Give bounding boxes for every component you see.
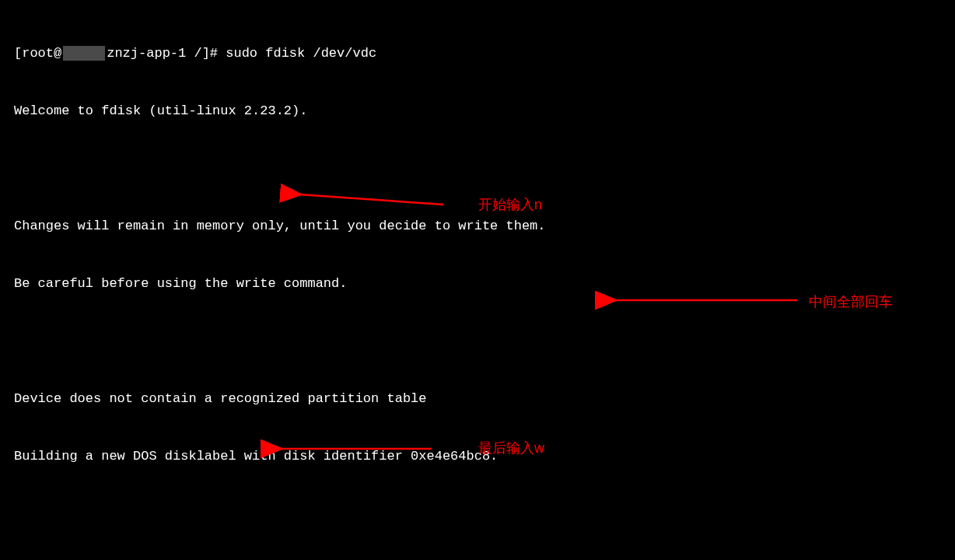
- annotation-1-text: 开始输入n: [478, 194, 542, 215]
- output-line: [14, 505, 941, 524]
- output-line: Device does not contain a recognized par…: [14, 390, 941, 409]
- annotation-3-text: 最后输入w: [478, 438, 544, 458]
- prompt-host-redacted: [63, 46, 105, 61]
- command-text: sudo fdisk /dev/vdc: [226, 46, 376, 61]
- output-line: [14, 159, 941, 179]
- annotation-2-text: 中间全部回车: [809, 292, 893, 312]
- prompt-line: [root@znzj-app-1 /]# sudo fdisk /dev/vdc: [14, 44, 941, 64]
- output-line: Welcome to fdisk (util-linux 2.23.2).: [14, 102, 941, 121]
- terminal-output[interactable]: [root@znzj-app-1 /]# sudo fdisk /dev/vdc…: [14, 6, 941, 560]
- prompt-suffix: znzj-app-1 /]#: [107, 46, 218, 61]
- output-line: Changes will remain in memory only, unti…: [14, 217, 941, 236]
- prompt-user: [root@: [14, 46, 61, 61]
- output-line: Building a new DOS disklabel with disk i…: [14, 447, 941, 467]
- output-line: Be careful before using the write comman…: [14, 275, 941, 294]
- output-line: [14, 332, 941, 352]
